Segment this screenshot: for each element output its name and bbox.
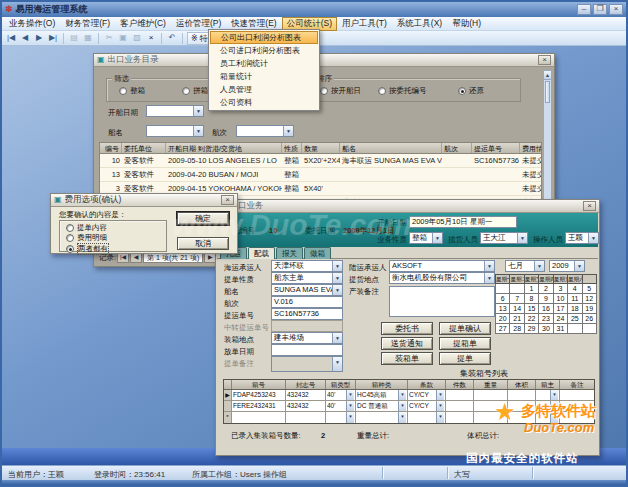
calendar-day[interactable]: 5 (582, 284, 596, 294)
menu-item-container-volume[interactable]: 箱量统计 (210, 70, 318, 83)
radio-bl-content[interactable]: 提单内容 (66, 223, 107, 233)
container-row[interactable]: ▶ FDAP4253243 432432 40'▼ HC45高箱▼ CY/CY▼… (224, 390, 594, 401)
menu-item-export-profit-chart[interactable]: 公司出口利润分析图表 (210, 31, 318, 44)
sales-combo[interactable]: 王大江▼ (480, 232, 528, 244)
menu-item-personnel[interactable]: 人员管理 (210, 83, 318, 96)
menu-system-tools[interactable]: 系统工具(X) (392, 17, 447, 31)
menu-item-company-info[interactable]: 公司资料 (210, 96, 318, 109)
bl-type-combo[interactable]: 船东主单▼ (271, 272, 343, 284)
menu-help[interactable]: 帮助(H) (447, 17, 486, 31)
record-prev-icon[interactable]: ◀ (19, 32, 31, 44)
calendar-day[interactable]: 31 (553, 324, 567, 334)
calendar-day[interactable]: 2 (539, 284, 553, 294)
calendar-day[interactable]: 27 (496, 324, 510, 334)
nature-combo[interactable]: 整箱▼ (409, 232, 443, 244)
calendar-day[interactable]: 6 (496, 294, 510, 304)
paste-icon[interactable]: ▨ (131, 32, 143, 44)
calendar-day[interactable]: 16 (539, 304, 553, 314)
tab-stowage[interactable]: 配载 (248, 247, 275, 259)
calendar-day[interactable]: 14 (510, 304, 524, 314)
delivery-notice-button[interactable]: 送货通知 (381, 337, 433, 350)
table-row[interactable]: 13 爱客软件 2009-04-20 BUSAN / MOJI 整箱 未提交 (100, 168, 541, 182)
radio-both[interactable]: 两者都有 (66, 243, 109, 255)
vessel-combo[interactable]: SUNGA MAS EVA▼ (271, 284, 343, 296)
radio-sort-sail-date[interactable]: 按开船日 (320, 86, 361, 96)
calendar-day[interactable]: 22 (524, 314, 538, 324)
pickup-container-button[interactable]: 提箱单 (439, 337, 491, 350)
voyage-filter-combo[interactable]: ▼ (236, 125, 294, 137)
menu-item-staff-profit[interactable]: 员工利润统计 (210, 57, 318, 70)
bl-no-input[interactable]: SC16N57736 (271, 308, 343, 320)
consign-sheet-button[interactable]: 委托书 (381, 322, 433, 335)
stuffing-place-combo[interactable]: 建丰堆场▼ (271, 332, 343, 344)
table-row[interactable]: 10 爱客软件 2009-05-10 LOS ANGELES / LO 整箱 5… (100, 154, 541, 168)
chevron-down-icon[interactable]: ▼ (484, 261, 494, 271)
menu-item-import-profit-chart[interactable]: 公司进口利润分析图表 (210, 44, 318, 57)
chevron-down-icon[interactable]: ▼ (398, 412, 406, 423)
sea-carrier-combo[interactable]: 天津环联▼ (271, 260, 343, 272)
chevron-down-icon[interactable]: ▼ (193, 126, 203, 136)
dialog-close-icon[interactable]: × (221, 195, 234, 205)
radio-fcl[interactable]: 整箱 (119, 86, 145, 96)
chevron-down-icon[interactable]: ▼ (517, 233, 527, 243)
voyage-input[interactable]: V.016 (271, 296, 343, 308)
calendar-day[interactable] (496, 284, 510, 294)
restore-button[interactable]: ❐ (593, 4, 607, 15)
calendar-day[interactable] (582, 324, 596, 334)
calendar-day[interactable]: 15 (524, 304, 538, 314)
chevron-down-icon[interactable]: ▼ (332, 273, 342, 283)
sail-date-input[interactable]: 2009年05月10日 星期一 (409, 216, 517, 228)
calendar-day[interactable]: 28 (510, 324, 524, 334)
minimize-button[interactable]: – (577, 4, 591, 15)
chevron-down-icon[interactable]: ▼ (283, 126, 293, 136)
calendar-day[interactable]: 19 (582, 304, 596, 314)
calendar-year-combo[interactable]: 2009▼ (549, 260, 585, 272)
menu-user-tools[interactable]: 用户工具(T) (337, 17, 392, 31)
land-carrier-combo[interactable]: AKSOFT▼ (389, 260, 495, 272)
calendar-day[interactable]: 10 (553, 294, 567, 304)
chevron-down-icon[interactable]: ▼ (550, 412, 558, 423)
directory-close-icon[interactable]: × (538, 55, 551, 65)
calendar-day[interactable]: 13 (496, 304, 510, 314)
save-icon[interactable]: ▤ (68, 32, 80, 44)
calendar-day[interactable]: 11 (568, 294, 582, 304)
calendar-day[interactable] (568, 324, 582, 334)
chevron-down-icon[interactable]: ▼ (436, 401, 444, 411)
calendar-day[interactable]: 30 (539, 324, 553, 334)
chevron-down-icon[interactable]: ▼ (574, 261, 584, 271)
calendar-day[interactable]: 12 (582, 294, 596, 304)
calendar-day[interactable]: 1 (524, 284, 538, 294)
bl-confirm-button[interactable]: 提单确认 (439, 322, 491, 335)
cancel-button[interactable]: 取消 (177, 237, 229, 250)
calendar-day[interactable]: 29 (524, 324, 538, 334)
chevron-down-icon[interactable]: ▼ (332, 333, 342, 343)
chevron-down-icon[interactable]: ▼ (484, 273, 494, 283)
calendar-month-combo[interactable]: 七月▼ (505, 260, 545, 272)
calendar-day[interactable]: 24 (553, 314, 567, 324)
calendar-day[interactable]: 8 (524, 294, 538, 304)
record-last-icon[interactable]: ▶| (47, 32, 59, 44)
edit-close-icon[interactable]: × (583, 201, 596, 211)
menu-finance[interactable]: 财务管理(F) (60, 17, 115, 31)
radio-lcl[interactable]: 拼箱 (182, 86, 208, 96)
chevron-down-icon[interactable]: ▼ (432, 233, 442, 243)
scrollbar-thumb[interactable] (545, 81, 550, 103)
copy-icon[interactable]: ▣ (117, 32, 129, 44)
chevron-down-icon[interactable]: ▼ (550, 401, 558, 411)
calendar-day[interactable]: 25 (568, 314, 582, 324)
radio-sort-consign-no[interactable]: 按委托编号 (378, 86, 427, 96)
print-icon[interactable]: ▦ (82, 32, 94, 44)
calendar-day[interactable]: 9 (539, 294, 553, 304)
chevron-down-icon[interactable]: ▼ (588, 233, 598, 243)
delete-icon[interactable]: × (145, 32, 157, 44)
calendar-day[interactable]: 20 (496, 314, 510, 324)
chevron-down-icon[interactable]: ▼ (534, 261, 544, 271)
chevron-down-icon[interactable]: ▼ (436, 412, 444, 423)
undo-icon[interactable]: ↶ (166, 32, 178, 44)
calendar-day[interactable]: 4 (568, 284, 582, 294)
calendar-day[interactable]: 26 (582, 314, 596, 324)
ok-button[interactable]: 确定 (177, 212, 229, 225)
chevron-down-icon[interactable]: ▼ (346, 412, 354, 423)
calendar-day[interactable]: 21 (510, 314, 524, 324)
menu-business[interactable]: 业务操作(O) (4, 17, 60, 31)
